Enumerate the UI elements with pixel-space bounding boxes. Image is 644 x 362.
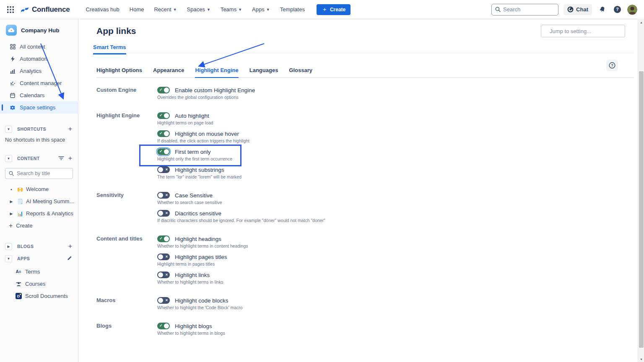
courses-app-icon	[15, 281, 22, 287]
gear-icon	[9, 105, 16, 111]
nav-templates[interactable]: Templates	[276, 4, 309, 15]
toggle-on[interactable]	[157, 323, 170, 329]
sidebar-item-content-manager[interactable]: Content manager	[0, 77, 78, 89]
setting-first-term-only: First term only Highlight only the first…	[157, 147, 249, 162]
page-emoji: 🙌	[16, 186, 24, 192]
toggle-off[interactable]	[157, 253, 170, 260]
page-emoji: 📊	[16, 211, 24, 217]
blogs-section-header: ▶ BLOGS +	[0, 242, 78, 251]
nav-creativas-hub[interactable]: Creativas hub	[82, 4, 124, 15]
global-search[interactable]	[491, 4, 558, 16]
tab-highlight-engine[interactable]: Highlight Engine	[195, 67, 238, 78]
plus-icon: +	[9, 222, 13, 229]
settings-group-content-and-titles: Content and titles Highlight headings Wh…	[96, 235, 325, 289]
title-search-input[interactable]	[17, 171, 67, 176]
space-avatar-icon	[6, 25, 17, 36]
app-tab-row: Smart Terms	[93, 43, 634, 53]
space-name: Company Hub	[21, 27, 60, 34]
nav-spaces[interactable]: Spaces▼	[183, 4, 215, 15]
page-scrollbar[interactable]: ▲ ▼	[638, 19, 644, 362]
app-item-scroll-documents[interactable]: D Scroll Documents	[0, 290, 78, 302]
add-shortcut-button[interactable]: +	[68, 126, 72, 132]
chat-app-icon	[567, 6, 574, 13]
page-item-ai-meeting-summarizer[interactable]: ▶ 🗒️ AI Meeting Summariz...	[0, 195, 78, 207]
page-item-welcome[interactable]: • 🙌 Welcome	[0, 183, 78, 195]
setting-highlight-links: Highlight links Whether to highlight ter…	[157, 271, 248, 285]
svg-text:?: ?	[616, 7, 618, 12]
apps-section-header: ▼ APPS	[0, 254, 78, 263]
toggle-off[interactable]	[157, 272, 170, 278]
nav-teams[interactable]: Teams▼	[216, 4, 246, 15]
page-item-reports-analytics[interactable]: ▶ 📊 Reports & Analytics	[0, 207, 78, 220]
sidebar-item-analytics[interactable]: Analytics	[0, 65, 78, 77]
settings-tabs: Highlight Options Appearance Highlight E…	[96, 67, 634, 78]
nav-apps[interactable]: Apps▼	[248, 4, 274, 15]
settings-group-sensitivity: Sensitivity Case Sensitive Whether to se…	[96, 191, 325, 227]
settings-group-custom-engine: Custom Engine Enable custom Highlight En…	[96, 86, 325, 104]
jump-to-setting-input[interactable]	[550, 28, 623, 34]
scroll-up-arrow[interactable]: ▲	[638, 19, 644, 25]
sidebar-item-all-content[interactable]: All content	[0, 41, 78, 53]
collapse-shortcuts-chevron[interactable]: ▼	[5, 126, 12, 133]
add-content-button[interactable]: +	[68, 155, 72, 162]
collapse-apps-chevron[interactable]: ▼	[5, 255, 12, 262]
scroll-down-arrow[interactable]: ▼	[638, 356, 644, 362]
space-header[interactable]: Company Hub	[0, 19, 78, 41]
chevron-right-icon[interactable]: ▶	[8, 212, 14, 216]
toggle-off[interactable]	[157, 192, 170, 199]
chat-button[interactable]: Chat	[564, 4, 592, 15]
toggle-off[interactable]	[157, 166, 170, 173]
tab-appearance[interactable]: Appearance	[153, 67, 184, 78]
toggle-off[interactable]	[157, 297, 170, 304]
settings-group-highlight-engine: Highlight Engine Auto highlight Highligh…	[96, 111, 325, 184]
toggle-on-focused[interactable]	[157, 148, 170, 155]
app-item-courses[interactable]: Courses	[0, 278, 78, 290]
content-section-header: ▼ CONTENT +	[0, 154, 78, 163]
main-content: App links Smart Terms ? Highlight Option…	[79, 19, 638, 362]
settings-group-blogs: Blogs Highlight blogs Whether to highlig…	[96, 322, 325, 340]
tab-highlight-options[interactable]: Highlight Options	[96, 67, 142, 78]
toggle-on[interactable]	[157, 130, 170, 137]
filter-icon[interactable]	[58, 155, 64, 162]
user-avatar[interactable]	[627, 5, 637, 15]
toggle-on[interactable]	[157, 112, 170, 119]
confluence-logo-icon	[20, 5, 29, 14]
expand-blogs-chevron[interactable]: ▶	[5, 243, 12, 250]
nav-home[interactable]: Home	[125, 4, 148, 15]
jump-to-setting-search[interactable]	[541, 25, 625, 37]
app-switcher-icon[interactable]	[6, 5, 15, 14]
sidebar-item-calendars[interactable]: Calendars	[0, 89, 78, 101]
lightning-icon	[9, 56, 16, 62]
chevron-right-icon[interactable]: ▶	[8, 199, 14, 204]
setting-auto-highlight: Auto highlight Highlight terms on page l…	[157, 111, 249, 126]
nav-recent[interactable]: Recent▼	[150, 4, 181, 15]
scrollbar-thumb[interactable]	[639, 71, 644, 348]
help-icon[interactable]: ?	[612, 5, 622, 15]
global-search-input[interactable]	[503, 6, 549, 13]
toggle-on[interactable]	[157, 235, 170, 242]
chevron-down-icon: ▼	[173, 8, 177, 12]
toggle-off[interactable]	[157, 210, 170, 217]
chevron-down-icon: ▼	[207, 8, 210, 12]
add-blog-button[interactable]: +	[68, 243, 72, 250]
create-button[interactable]: ＋ Create	[317, 4, 351, 15]
app-item-terms[interactable]: A≡ Terms	[0, 266, 78, 278]
notifications-bell-icon[interactable]	[597, 5, 607, 15]
tab-smart-terms[interactable]: Smart Terms	[93, 44, 126, 54]
setting-enable-custom-highlight-engine: Enable custom Highlight Engine Overrides…	[157, 86, 255, 100]
tab-glossary[interactable]: Glossary	[289, 67, 312, 78]
sidebar-item-automation[interactable]: Automation	[0, 53, 78, 65]
bullet-icon: •	[8, 187, 14, 192]
collapse-content-chevron[interactable]: ▼	[5, 155, 12, 162]
title-search[interactable]	[5, 168, 73, 179]
setting-highlight-on-mouse-hover: Highlight on mouse hover If disabled, th…	[157, 129, 249, 144]
edit-apps-pencil-icon[interactable]	[67, 256, 72, 262]
confluence-logo[interactable]: Confluence	[18, 5, 73, 14]
tab-languages[interactable]: Languages	[249, 67, 278, 78]
toggle-on[interactable]	[157, 87, 170, 93]
sidebar-item-space-settings[interactable]: Space settings	[0, 101, 78, 114]
shortcuts-empty-text: No shortcuts in this space	[0, 134, 78, 143]
search-icon	[495, 7, 501, 12]
sidebar-create-page[interactable]: + Create	[0, 220, 78, 232]
logo-wordmark: Confluence	[32, 5, 70, 14]
